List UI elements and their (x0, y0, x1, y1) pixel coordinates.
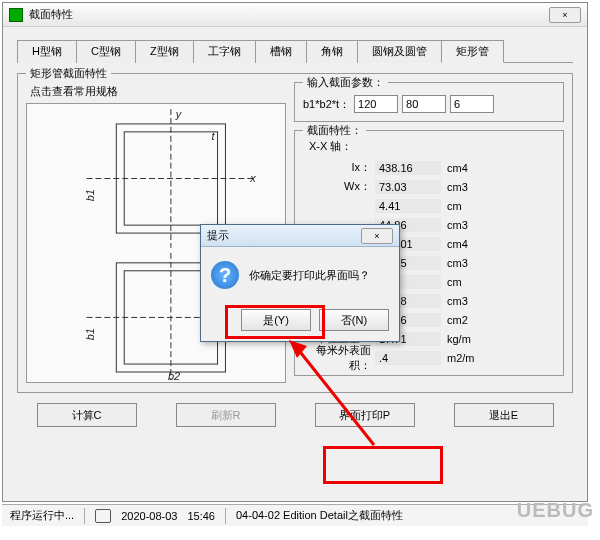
prop-value: 73.03 (375, 180, 441, 194)
prop-unit: kg/m (441, 333, 471, 345)
prop-unit: cm3 (441, 257, 468, 269)
tab-0[interactable]: H型钢 (17, 40, 77, 63)
prop-unit: cm3 (441, 219, 468, 231)
prop-unit: cm4 (441, 238, 468, 250)
dialog-close-icon[interactable]: × (361, 228, 393, 244)
prop-value: .4 (375, 351, 441, 365)
tab-7[interactable]: 矩形管 (441, 40, 504, 63)
refresh-button[interactable]: 刷新R (176, 403, 276, 427)
b1-input[interactable] (354, 95, 398, 113)
tab-2[interactable]: Z型钢 (135, 40, 194, 63)
prop-row: 每米外表面积：.4m2/m (303, 348, 555, 367)
status-edition: 04-04-02 Edition Detail之截面特性 (236, 508, 403, 523)
confirm-dialog: 提示 × ? 你确定要打印此界面吗？ 是(Y) 否(N) (200, 224, 400, 342)
prop-unit: m2/m (441, 352, 475, 364)
prop-value: 438.16 (375, 161, 441, 175)
dims-label: b1*b2*t： (303, 97, 350, 112)
prop-row: 4.41cm (303, 196, 555, 215)
svg-text:y: y (175, 108, 182, 120)
prop-value: 4.41 (375, 199, 441, 213)
prop-label: Wx： (303, 179, 375, 194)
axis-label: X-X 轴： (309, 139, 555, 154)
diagram-link[interactable]: 点击查看常用规格 (30, 84, 286, 99)
dialog-message: 你确定要打印此界面吗？ (249, 268, 370, 283)
prop-unit: cm3 (441, 181, 468, 193)
dialog-title: 提示 (207, 228, 361, 243)
close-icon[interactable]: × (549, 7, 581, 23)
input-params-group: 输入截面参数： b1*b2*t： (294, 82, 564, 122)
prop-label: 每米外表面积： (303, 343, 375, 373)
no-button[interactable]: 否(N) (319, 309, 389, 331)
t-input[interactable] (450, 95, 494, 113)
calc-button[interactable]: 计算C (37, 403, 137, 427)
titlebar: 截面特性 × (3, 3, 587, 27)
svg-text:b1: b1 (84, 328, 96, 340)
prop-label: Ix： (303, 160, 375, 175)
prop-row: Wx：73.03cm3 (303, 177, 555, 196)
status-running: 程序运行中... (10, 508, 74, 523)
app-icon (9, 8, 23, 22)
prop-unit: cm2 (441, 314, 468, 326)
props-legend: 截面特性： (303, 123, 366, 138)
yes-button[interactable]: 是(Y) (241, 309, 311, 331)
b2-input[interactable] (402, 95, 446, 113)
status-time: 15:46 (187, 510, 215, 522)
statusbar: 程序运行中... 2020-08-03 15:46 04-04-02 Editi… (2, 504, 588, 526)
input-legend: 输入截面参数： (303, 75, 388, 90)
button-bar: 计算C 刷新R 界面打印P 退出E (17, 403, 573, 427)
status-date: 2020-08-03 (121, 510, 177, 522)
fieldset-legend: 矩形管截面特性 (26, 66, 111, 81)
tab-6[interactable]: 圆钢及圆管 (357, 40, 442, 63)
exit-button[interactable]: 退出E (454, 403, 554, 427)
prop-unit: cm4 (441, 162, 468, 174)
tab-5[interactable]: 角钢 (306, 40, 358, 63)
svg-text:b2: b2 (168, 370, 180, 382)
prop-unit: cm3 (441, 295, 468, 307)
tab-3[interactable]: 工字钢 (193, 40, 256, 63)
tabstrip: H型钢C型钢Z型钢工字钢槽钢角钢圆钢及圆管矩形管 (17, 39, 573, 63)
tab-4[interactable]: 槽钢 (255, 40, 307, 63)
print-button[interactable]: 界面打印P (315, 403, 415, 427)
window-title: 截面特性 (29, 7, 549, 22)
question-icon: ? (211, 261, 239, 289)
camera-icon (95, 509, 111, 523)
tab-1[interactable]: C型钢 (76, 40, 136, 63)
watermark: UEBUG (517, 499, 594, 522)
dialog-titlebar: 提示 × (201, 225, 399, 247)
prop-unit: cm (441, 200, 462, 212)
svg-text:b1: b1 (84, 189, 96, 201)
prop-row: Ix：438.16cm4 (303, 158, 555, 177)
svg-text:x: x (249, 172, 256, 184)
prop-unit: cm (441, 276, 462, 288)
